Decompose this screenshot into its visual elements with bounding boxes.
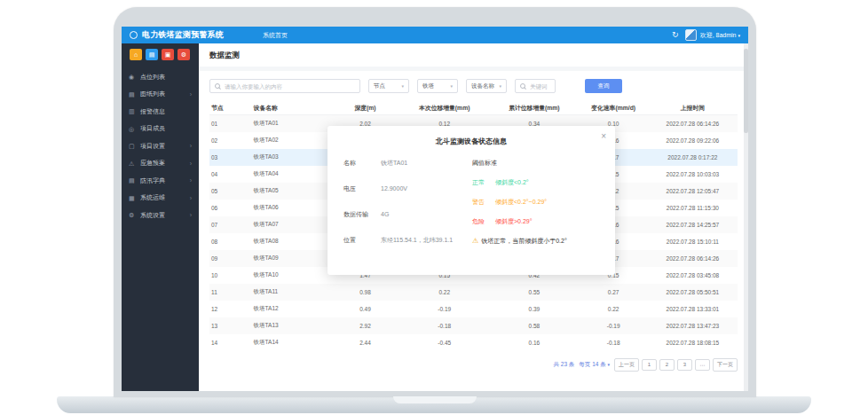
column-header: 设备名称 xyxy=(252,104,331,113)
avatar[interactable] xyxy=(685,29,697,41)
table-cell: 2022.07.28 06:14:26 xyxy=(648,255,738,262)
chevron-right-icon: › xyxy=(190,91,192,98)
sidebar-item-3[interactable]: ▥报警信息 xyxy=(122,103,199,121)
sidebar-item-label: 报警信息 xyxy=(140,107,192,116)
page-button[interactable]: 2 xyxy=(659,359,675,371)
per-page-select[interactable]: 每页 14 条 ▾ xyxy=(579,361,610,369)
page-button[interactable]: 1 xyxy=(642,359,657,371)
sidebar-item-5[interactable]: ▢项目设置› xyxy=(122,137,199,155)
device-field: 数据传输4G xyxy=(343,210,472,219)
page-button[interactable]: 3 xyxy=(677,359,692,371)
tower-select[interactable]: 铁塔 ▾ xyxy=(417,79,458,93)
query-button[interactable]: 查询 xyxy=(585,79,622,93)
device-field: 位置东经115.54.1，北纬39.1.1 xyxy=(343,236,472,245)
table-cell: 0.49 xyxy=(331,306,399,312)
scrollbar[interactable] xyxy=(744,43,748,391)
sidebar-item-label: 系统运维 xyxy=(140,193,190,202)
column-header: 节点 xyxy=(209,104,252,113)
node-select[interactable]: 节点 ▾ xyxy=(368,79,409,93)
table-cell: 0.27 xyxy=(579,289,647,295)
device-status-modal: × 北斗监测设备状态信息 名称铁塔TA01电压12.9000V数据传输4G位置东… xyxy=(327,126,615,275)
table-cell: 0.58 xyxy=(489,323,579,329)
table-cell: 铁塔TA05 xyxy=(252,187,331,195)
home-quick-icon[interactable]: ⌂ xyxy=(130,49,142,60)
user-menu[interactable]: 欢迎, 8admin▾ xyxy=(700,31,740,40)
chevron-down-icon: ▾ xyxy=(607,362,610,367)
table-row[interactable]: 11铁塔TA110.980.220.550.272022.07.28 05:50… xyxy=(209,284,738,301)
sidebar-item-label: 系统设置 xyxy=(140,211,190,220)
sidebar-item-2[interactable]: ▤图纸列表› xyxy=(122,86,199,104)
next-page-button[interactable]: 下一页 xyxy=(713,358,738,372)
alarm-quick-icon[interactable]: ▣ xyxy=(162,49,174,60)
chevron-right-icon: › xyxy=(190,143,192,149)
sidebar-item-1[interactable]: ◉点位列表 xyxy=(122,68,199,86)
nav-home-link[interactable]: 系统首页 xyxy=(263,31,288,40)
threshold-status: 正常 xyxy=(472,178,495,187)
threshold-range: 倾斜度<0.2° xyxy=(495,179,529,185)
page-buttons: 123⋯ xyxy=(642,359,710,371)
table-cell: 2022.07.28 14:25:57 xyxy=(648,222,738,228)
table-cell: 0.39 xyxy=(489,306,579,312)
sidebar-item-9[interactable]: ⚙系统设置› xyxy=(122,207,199,224)
table-cell: 铁塔TA02 xyxy=(252,137,331,145)
close-icon[interactable]: × xyxy=(601,132,606,141)
sidebar-item-7[interactable]: ▤防汛字典› xyxy=(122,172,199,190)
device-select[interactable]: 设备名称 ▾ xyxy=(466,79,507,93)
table-cell: 铁塔TA12 xyxy=(252,305,331,313)
device-field-label: 电压 xyxy=(343,184,381,193)
prev-page-button[interactable]: 上一页 xyxy=(614,358,639,372)
table-cell: 铁塔TA10 xyxy=(252,271,331,279)
table-cell: -0.45 xyxy=(399,340,489,346)
device-field-value: 东经115.54.1，北纬39.1.1 xyxy=(381,236,453,245)
warning-triangle-icon: ⚠ xyxy=(472,238,478,245)
file-quick-icon[interactable]: ▤ xyxy=(146,49,158,60)
column-header: 本次位移增量(mm) xyxy=(399,104,489,113)
sidebar-item-4[interactable]: ◎项目成员 xyxy=(122,121,199,138)
keyword-input[interactable] xyxy=(515,79,556,93)
table-row[interactable]: 12铁塔TA120.49-0.190.390.222022.07.28 13:3… xyxy=(209,301,738,317)
table-cell: 10 xyxy=(209,272,252,278)
table-cell: 08 xyxy=(209,239,252,245)
sidebar-item-8[interactable]: ▦系统运维› xyxy=(122,190,199,208)
keyword-field[interactable] xyxy=(530,83,550,90)
table-row[interactable]: 13铁塔TA132.92-0.180.58-0.192022.07.28 13:… xyxy=(209,317,738,334)
table-cell: 2022.07.28 13:33:01 xyxy=(648,306,738,312)
threshold-status: 警告 xyxy=(472,198,495,207)
document-icon: ▤ xyxy=(129,177,138,184)
column-header: 累计位移增量(mm) xyxy=(489,104,579,113)
device-select-label: 设备名称 xyxy=(471,82,494,90)
point-list-icon: ◉ xyxy=(129,74,138,80)
search-field[interactable] xyxy=(225,83,355,90)
device-field: 名称铁塔TA01 xyxy=(343,159,472,168)
chevron-right-icon: › xyxy=(190,177,192,184)
tower-select-label: 铁塔 xyxy=(422,82,434,90)
screen: 电力铁塔监测预警系统 系统首页 ↻ 欢迎, 8admin▾ ⌂▤▣⚙ ◉点位列表… xyxy=(122,27,748,391)
node-select-label: 节点 xyxy=(374,82,385,90)
table-row[interactable]: 14铁塔TA142.44-0.450.16-0.182022.07.28 18:… xyxy=(209,334,738,351)
table-cell: 05 xyxy=(209,188,252,194)
pagination: 共 23 条 每页 14 条 ▾ 上一页 123⋯ 下一页 xyxy=(199,351,748,372)
table-cell: 铁塔TA09 xyxy=(252,254,331,262)
device-field-value: 4G xyxy=(381,211,389,217)
gear-quick-icon[interactable]: ⚙ xyxy=(178,49,190,60)
page-button[interactable]: ⋯ xyxy=(695,359,710,371)
refresh-icon[interactable]: ↻ xyxy=(672,31,679,39)
sidebar-item-6[interactable]: ⚠应急预案› xyxy=(122,155,199,173)
welcome-text: 欢迎, 8admin xyxy=(700,32,737,38)
table-cell: -0.19 xyxy=(579,323,647,329)
table-cell: 2022.07.28 15:10:11 xyxy=(648,239,738,245)
app-header: 电力铁塔监测预警系统 系统首页 ↻ 欢迎, 8admin▾ xyxy=(122,27,748,43)
scrollbar-thumb[interactable] xyxy=(744,49,748,133)
threshold-status: 危险 xyxy=(472,217,495,226)
search-input[interactable] xyxy=(209,79,360,93)
column-header: 上报时间 xyxy=(648,104,738,113)
threshold-level: 正常倾斜度<0.2° xyxy=(472,178,601,187)
table-cell: 0.22 xyxy=(399,289,489,295)
chevron-right-icon: › xyxy=(190,161,192,167)
table-cell: 铁塔TA07 xyxy=(252,221,331,229)
drawing-list-icon: ▤ xyxy=(129,91,138,98)
table-cell: 13 xyxy=(209,323,252,329)
table-cell: 2022.07.28 18:08:15 xyxy=(648,340,738,346)
threshold-level: 危险倾斜度>0.29° xyxy=(472,217,601,226)
column-header: 深度(m) xyxy=(331,104,399,113)
